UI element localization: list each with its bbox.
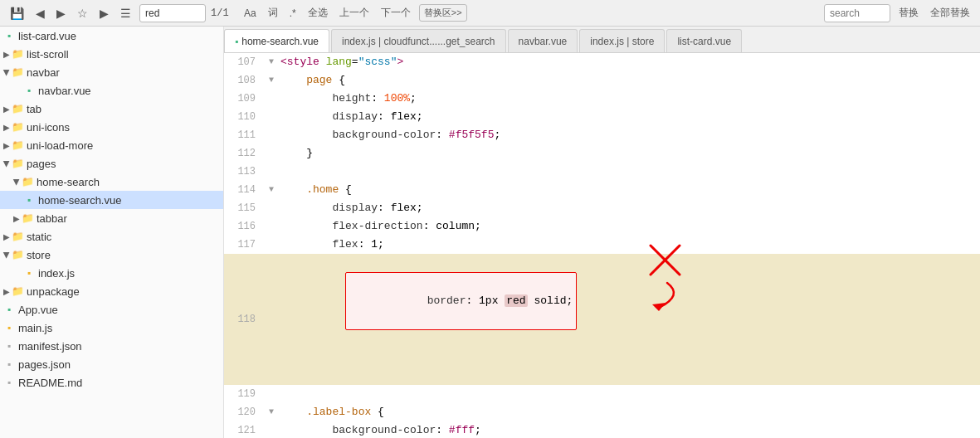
back-button[interactable]: ◀ bbox=[32, 5, 48, 22]
line-content: page { bbox=[277, 71, 980, 90]
fold-btn-empty bbox=[266, 385, 277, 403]
code-line-121: 121 background-color: #fff; bbox=[224, 421, 980, 438]
sidebar-item-home-search-vue[interactable]: ▪ home-search.vue bbox=[0, 191, 223, 209]
code-editor[interactable]: 107 ▼ <style lang="scss"> 108 ▼ page { 1… bbox=[224, 53, 980, 438]
json-file-icon: ▪ bbox=[3, 340, 15, 352]
chevron-right-icon: ▶ bbox=[3, 287, 10, 296]
fold-btn-empty bbox=[266, 217, 277, 236]
vue-file-icon: ▪ bbox=[23, 194, 35, 206]
sidebar-item-manifest-json[interactable]: ▪ manifest.json bbox=[0, 337, 223, 355]
sidebar-item-main-js[interactable]: ▪ main.js bbox=[0, 319, 223, 337]
forward-button[interactable]: ▶ bbox=[53, 5, 69, 22]
sidebar-item-uni-icons[interactable]: ▶ 📁 uni-icons bbox=[0, 118, 223, 136]
replace-button[interactable]: 替换 bbox=[895, 4, 922, 22]
line-content: flex: 1; bbox=[277, 236, 980, 254]
line-number: 118 bbox=[224, 310, 266, 328]
tab-label: home-search.vue bbox=[241, 36, 319, 47]
sidebar-item-navbar-vue[interactable]: ▪ navbar.vue bbox=[0, 81, 223, 100]
line-content: background-color: #f5f5f5; bbox=[277, 126, 980, 144]
chevron-down-icon: ▶ bbox=[2, 69, 12, 75]
sidebar-item-label: list-scroll bbox=[27, 48, 69, 61]
chevron-down-icon: ▶ bbox=[2, 251, 12, 258]
chevron-right-icon: ▶ bbox=[3, 50, 10, 59]
fold-btn-empty bbox=[266, 236, 277, 254]
sidebar-item-label: tab bbox=[27, 103, 41, 115]
sidebar-item-store[interactable]: ▶ 📁 store bbox=[0, 246, 223, 264]
editor: ▪ home-search.vue index.js | cloudfunct.… bbox=[224, 27, 980, 438]
word-button[interactable]: 词 bbox=[265, 4, 281, 22]
sidebar-item-index-js-store[interactable]: ▪ index.js bbox=[0, 264, 223, 282]
vue-file-icon: ▪ bbox=[23, 85, 35, 96]
sidebar-item-home-search[interactable]: ▶ 📁 home-search bbox=[0, 173, 223, 191]
search-input[interactable] bbox=[139, 4, 206, 22]
sidebar-item-tabbar[interactable]: ▶ 📁 tabbar bbox=[0, 209, 223, 227]
code-line-110: 110 display: flex; bbox=[224, 108, 980, 126]
line-number: 111 bbox=[224, 126, 266, 144]
line-number: 117 bbox=[224, 236, 266, 254]
sidebar-item-label: uni-load-more bbox=[27, 139, 93, 152]
sidebar-item-label: pages.json bbox=[18, 358, 71, 371]
sidebar-item-uni-load-more[interactable]: ▶ 📁 uni-load-more bbox=[0, 136, 223, 154]
line-number: 113 bbox=[224, 163, 266, 181]
tab-index-js-cloudfunct[interactable]: index.js | cloudfunct......get_search bbox=[331, 29, 506, 52]
line-number: 112 bbox=[224, 144, 266, 163]
aa-button[interactable]: Aa bbox=[241, 6, 260, 21]
tab-home-search-vue[interactable]: ▪ home-search.vue bbox=[224, 29, 329, 52]
line-content: display: flex; bbox=[277, 199, 980, 217]
tab-bar: ▪ home-search.vue index.js | cloudfunct.… bbox=[224, 27, 980, 53]
code-line-116: 116 flex-direction: column; bbox=[224, 217, 980, 236]
fold-button[interactable]: ▼ bbox=[266, 181, 277, 199]
sidebar-item-pages[interactable]: ▶ 📁 pages bbox=[0, 154, 223, 173]
sidebar-item-readme-md[interactable]: ▪ README.md bbox=[0, 373, 223, 392]
chevron-right-icon: ▶ bbox=[3, 141, 10, 150]
fold-button[interactable]: ▼ bbox=[266, 71, 277, 90]
code-line-119: 119 bbox=[224, 385, 980, 403]
menu-button[interactable]: ☰ bbox=[117, 5, 134, 22]
sidebar-item-list-card-vue[interactable]: ▪ list-card.vue bbox=[0, 27, 223, 45]
sidebar-item-label: home-search.vue bbox=[38, 194, 121, 207]
fold-btn-empty bbox=[266, 144, 277, 163]
regex-button[interactable]: .* bbox=[286, 6, 300, 21]
replace-mode-button[interactable]: 替换区>> bbox=[419, 4, 467, 22]
folder-icon: 📁 bbox=[22, 176, 33, 187]
main-area: ▪ list-card.vue ▶ 📁 list-scroll ▶ 📁 navb… bbox=[0, 27, 980, 438]
red-keyword: red bbox=[505, 294, 527, 307]
fold-btn-empty bbox=[266, 421, 277, 438]
tab-index-js-store[interactable]: index.js | store bbox=[579, 29, 665, 52]
chevron-down-icon: ▶ bbox=[2, 160, 12, 167]
sidebar-item-tab[interactable]: ▶ 📁 tab bbox=[0, 100, 223, 118]
play-button[interactable]: ▶ bbox=[96, 5, 112, 22]
sidebar: ▪ list-card.vue ▶ 📁 list-scroll ▶ 📁 navb… bbox=[0, 27, 224, 438]
tab-navbar-vue[interactable]: navbar.vue bbox=[508, 29, 578, 52]
line-number: 108 bbox=[224, 71, 266, 90]
folder-icon: 📁 bbox=[12, 103, 23, 114]
sidebar-item-list-scroll[interactable]: ▶ 📁 list-scroll bbox=[0, 45, 223, 63]
fold-button[interactable]: ▼ bbox=[266, 53, 277, 71]
line-content: <style lang="scss"> bbox=[277, 53, 980, 71]
chevron-right-icon: ▶ bbox=[3, 232, 10, 241]
next-button[interactable]: 下一个 bbox=[378, 4, 414, 22]
code-line-108: 108 ▼ page { bbox=[224, 71, 980, 90]
highlighted-code: border: 1px red solid; bbox=[345, 272, 577, 330]
sidebar-item-pages-json[interactable]: ▪ pages.json bbox=[0, 355, 223, 373]
json-file-icon: ▪ bbox=[3, 358, 15, 370]
sidebar-item-label: pages bbox=[27, 158, 56, 170]
prev-button[interactable]: 上一个 bbox=[336, 4, 373, 22]
code-line-111: 111 background-color: #f5f5f5; bbox=[224, 126, 980, 144]
js-file-icon: ▪ bbox=[3, 322, 15, 333]
save-button[interactable]: 💾 bbox=[7, 5, 27, 22]
sidebar-item-static[interactable]: ▶ 📁 static bbox=[0, 227, 223, 246]
md-file-icon: ▪ bbox=[3, 377, 15, 388]
select-all-button[interactable]: 全选 bbox=[305, 4, 331, 22]
sidebar-item-label: manifest.json bbox=[18, 340, 82, 353]
sidebar-item-label: static bbox=[27, 231, 51, 243]
replace-all-button[interactable]: 全部替换 bbox=[927, 4, 973, 22]
sidebar-item-unpackage[interactable]: ▶ 📁 unpackage bbox=[0, 282, 223, 300]
fold-button[interactable]: ▼ bbox=[266, 403, 277, 421]
bookmark-button[interactable]: ☆ bbox=[74, 5, 91, 22]
code-line-114: 114 ▼ .home { bbox=[224, 181, 980, 199]
replace-input[interactable] bbox=[824, 4, 890, 22]
sidebar-item-navbar[interactable]: ▶ 📁 navbar bbox=[0, 63, 223, 81]
tab-list-card-vue[interactable]: list-card.vue bbox=[666, 29, 742, 52]
sidebar-item-app-vue[interactable]: ▪ App.vue bbox=[0, 300, 223, 319]
